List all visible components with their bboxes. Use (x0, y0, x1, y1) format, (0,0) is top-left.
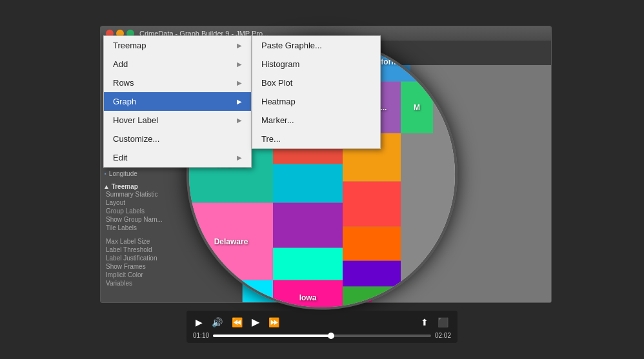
cell-bot3 (273, 247, 343, 280)
share-icon: ⬆ (421, 317, 428, 327)
fast-forward-button[interactable]: ⏩ (266, 316, 282, 329)
submenu-graph: Paste Graphle... Histogram Box Plot Heat… (252, 35, 381, 149)
submenu-paste-graphle[interactable]: Paste Graphle... (252, 36, 380, 55)
cell-mid4 (273, 164, 343, 202)
cell-m: M (401, 81, 433, 133)
time-current: 01:10 (193, 332, 209, 339)
progress-fill (213, 335, 330, 337)
progress-row: 01:10 02:02 (193, 332, 451, 339)
play-pause-button[interactable]: ▶ (249, 315, 262, 329)
play-icon: ▶ (196, 317, 203, 327)
fast-forward-icon: ⏩ (268, 317, 279, 327)
menu-item-rows[interactable]: Rows ▶ (104, 73, 251, 92)
play-button[interactable]: ▶ (193, 316, 205, 329)
submenu-tre[interactable]: Tre... (252, 130, 380, 148)
right-video-controls: ⬆ ⬛ (418, 316, 451, 329)
arrow-icon: ▶ (237, 61, 242, 68)
arrow-icon: ▶ (237, 79, 242, 86)
cell-bot5 (343, 286, 401, 307)
volume-icon: 🔊 (212, 317, 223, 327)
cell-mid5 (343, 181, 401, 226)
volume-button[interactable]: 🔊 (209, 316, 225, 329)
menu-item-treemap[interactable]: Treemap ▶ (104, 36, 251, 55)
cell-bot1 (273, 202, 343, 247)
submenu-histogram[interactable]: Histogram (252, 55, 380, 73)
menu-item-edit[interactable]: Edit ▶ (104, 148, 251, 167)
menu-item-hover-label[interactable]: Hover Label ▶ (104, 111, 251, 130)
left-controls: ▶ 🔊 ⏪ ▶ ⏩ (193, 315, 282, 329)
fullscreen-icon: ⬛ (438, 317, 448, 327)
play-pause-icon: ▶ (252, 316, 259, 328)
cell-iowa: Iowa (273, 280, 343, 307)
fullscreen-button[interactable]: ⬛ (435, 316, 451, 329)
menu-item-graph[interactable]: Graph ▶ (104, 92, 251, 111)
controls-buttons-row: ▶ 🔊 ⏪ ▶ ⏩ ⬆ ⬛ (193, 315, 451, 329)
progress-knob[interactable] (328, 333, 334, 339)
submenu-box-plot[interactable]: Box Plot (252, 73, 380, 92)
menu-item-customize[interactable]: Customize... (104, 130, 251, 148)
arrow-icon: ▶ (237, 154, 242, 161)
cell-indiana: Indiana (189, 280, 273, 307)
cell-delaware: Delaware (189, 202, 273, 280)
arrow-icon: ▶ (237, 98, 242, 105)
cell-bot2 (343, 226, 401, 260)
time-total: 02:02 (435, 332, 451, 339)
progress-bar[interactable] (213, 335, 431, 337)
arrow-icon: ▶ (237, 117, 242, 124)
submenu-heatmap[interactable]: Heatmap (252, 92, 380, 111)
share-button[interactable]: ⬆ (418, 316, 431, 329)
rewind-icon: ⏪ (232, 317, 243, 327)
cell-bot4 (343, 260, 401, 286)
video-controls: ▶ 🔊 ⏪ ▶ ⏩ ⬆ ⬛ 01:10 (186, 311, 458, 343)
rewind-button[interactable]: ⏪ (229, 316, 245, 329)
arrow-icon: ▶ (237, 42, 242, 49)
menu-item-add[interactable]: Add ▶ (104, 55, 251, 73)
context-menu: Treemap ▶ Add ▶ Rows ▶ Graph ▶ Hover Lab… (103, 35, 252, 168)
submenu-marker[interactable]: Marker... (252, 111, 380, 130)
